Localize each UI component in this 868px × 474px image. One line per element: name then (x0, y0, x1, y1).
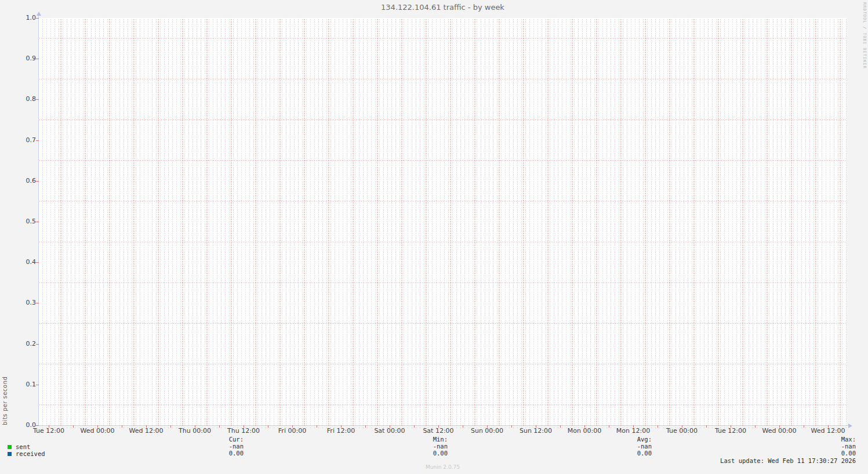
stats-value: Avg: (582, 436, 652, 443)
x-tick-label: Fri 12:00 (317, 428, 365, 435)
x-tick-label: Thu 12:00 (219, 428, 268, 435)
x-axis-tick (122, 425, 122, 428)
y-axis-title: bits per second (2, 18, 8, 425)
y-tick-label: 0.3 (13, 299, 36, 306)
y-axis-tick (36, 18, 39, 19)
x-axis-tick (560, 425, 561, 428)
x-axis-tick (706, 425, 707, 428)
y-axis-tick (36, 59, 39, 59)
legend-swatch-received (8, 452, 12, 456)
y-axis-arrow-icon (37, 12, 41, 16)
y-tick-label: 0.4 (13, 259, 36, 266)
x-tick-label: Wed 00:00 (73, 428, 122, 435)
x-axis-tick (511, 425, 512, 428)
x-axis-tick (146, 425, 147, 428)
x-axis-tick (438, 425, 439, 428)
x-axis-tick (170, 425, 171, 428)
x-axis-line (35, 425, 848, 426)
stats-value: -nan (174, 443, 244, 450)
x-axis-tick (292, 425, 293, 428)
x-tick-label: Tue 12:00 (706, 428, 755, 435)
x-axis-tick (365, 425, 366, 428)
x-axis-tick (755, 425, 756, 428)
y-axis-line (38, 15, 39, 426)
stats-value: 0.00 (582, 450, 652, 457)
x-axis-tick (390, 425, 390, 428)
stats-value: Cur: (174, 436, 244, 443)
x-tick-label: Sun 00:00 (463, 428, 511, 435)
plot-area (39, 18, 847, 425)
y-tick-label: 0.9 (13, 55, 36, 62)
x-tick-label: Tue 00:00 (658, 428, 706, 435)
x-axis-tick (73, 425, 74, 428)
y-tick-label: 0.7 (13, 137, 36, 144)
x-tick-label: Wed 12:00 (804, 428, 852, 435)
x-axis-tick (97, 425, 98, 428)
legend-item-received: received (8, 450, 45, 457)
legend-label: received (16, 450, 45, 457)
y-tick-label: 0.6 (13, 178, 36, 184)
x-axis-tick (414, 425, 415, 428)
x-axis-tick (268, 425, 268, 428)
y-axis-tick (36, 140, 39, 141)
x-tick-label: Wed 12:00 (122, 428, 170, 435)
y-axis-tick (36, 385, 39, 385)
x-axis-tick (731, 425, 731, 428)
stats-value: Min: (378, 436, 448, 443)
x-tick-label: Sat 00:00 (365, 428, 414, 435)
x-axis-tick (609, 425, 609, 428)
y-axis-tick (36, 425, 39, 426)
x-axis-tick (195, 425, 195, 428)
legend-swatch-sent (8, 445, 12, 449)
stats-value: 0.00 (174, 450, 244, 457)
x-tick-label: Sun 12:00 (511, 428, 560, 435)
stats-value: -nan (378, 443, 448, 450)
x-tick-label: Fri 00:00 (268, 428, 317, 435)
last-update-text: Last update: Wed Feb 11 17:30:27 2026 (612, 457, 856, 464)
x-axis-tick (49, 425, 49, 428)
stats-value: -nan (582, 443, 652, 450)
x-tick-label: Mon 00:00 (560, 428, 609, 435)
x-axis-tick (584, 425, 585, 428)
y-axis-tick (36, 344, 39, 345)
stats-column-min: Min:-nan0.00 (378, 436, 448, 457)
x-axis-tick (804, 425, 804, 428)
x-tick-label: Mon 12:00 (609, 428, 658, 435)
x-axis-tick (633, 425, 634, 428)
y-tick-label: 0.8 (13, 96, 36, 103)
stats-value: 0.00 (786, 450, 856, 457)
x-axis-tick (487, 425, 488, 428)
stats-value: 0.00 (378, 450, 448, 457)
y-axis-tick (36, 222, 39, 222)
x-tick-label: Sat 12:00 (414, 428, 463, 435)
x-axis-tick (244, 425, 244, 428)
y-tick-label: 0.2 (13, 341, 36, 348)
x-axis-tick (828, 425, 829, 428)
rrdtool-watermark: RRDTOOL / TOBI OETIKER (862, 2, 867, 69)
x-axis-tick (536, 425, 536, 428)
stats-column-avg: Avg:-nan0.00 (582, 436, 652, 457)
x-tick-label: Tue 12:00 (24, 428, 73, 435)
stats-column-cur: Cur:-nan0.00 (174, 436, 244, 457)
x-axis-tick (317, 425, 317, 428)
y-axis-tick (36, 181, 39, 182)
y-tick-label: 0.1 (13, 381, 36, 388)
y-axis-tick (36, 99, 39, 100)
chart-title: 134.122.104.61 traffic - by week (39, 3, 847, 12)
x-tick-label: Wed 00:00 (755, 428, 804, 435)
legend-item-sent: sent (8, 443, 30, 450)
x-axis-tick (779, 425, 780, 428)
x-axis-tick (658, 425, 658, 428)
y-tick-label: 1.0 (13, 15, 36, 21)
stats-value: -nan (786, 443, 856, 450)
x-axis-tick (682, 425, 682, 428)
stats-column-max: Max:-nan0.00 (786, 436, 856, 457)
munin-version-text: Munin 2.0.75 (39, 464, 847, 470)
legend-label: sent (16, 443, 30, 450)
x-tick-label: Thu 00:00 (170, 428, 219, 435)
x-axis-tick (341, 425, 342, 428)
y-axis-tick (36, 262, 39, 263)
x-axis-tick (219, 425, 220, 428)
stats-value: Max: (786, 436, 856, 443)
y-tick-label: 0.5 (13, 218, 36, 225)
